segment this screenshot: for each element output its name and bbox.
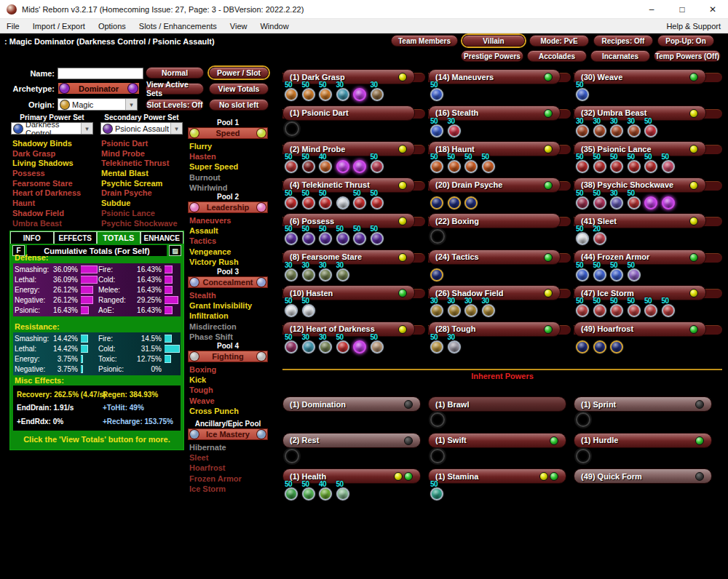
no-slot-left-button[interactable]: No slot left	[209, 99, 269, 111]
empty-slot[interactable]	[430, 449, 445, 463]
accolades-button[interactable]: Accolades	[527, 50, 587, 62]
enhancement-icon[interactable]	[628, 196, 641, 209]
enhancement-slot[interactable]: 50	[575, 153, 593, 178]
enhancement-slot[interactable]: 50	[318, 81, 336, 106]
pool-power-tough[interactable]: Tough	[189, 386, 273, 396]
enhancement-icon[interactable]	[319, 232, 332, 245]
enhancement-slot[interactable]: 40	[318, 481, 336, 506]
status-led[interactable]	[695, 436, 704, 445]
power-bar-quick-form[interactable]: (49) Quick Form	[574, 468, 712, 484]
enhancement-slot[interactable]: 50	[593, 153, 610, 178]
status-led[interactable]	[398, 181, 407, 190]
enhancement-slot[interactable]	[352, 334, 370, 359]
enhancement-icon[interactable]	[302, 487, 315, 500]
enhancement-slot[interactable]: 50	[430, 153, 447, 178]
enhancement-icon[interactable]	[285, 88, 298, 101]
enhancement-slot[interactable]: 50	[627, 298, 644, 322]
enhancement-slot[interactable]: 50	[301, 153, 319, 178]
enhancement-slot[interactable]: 30	[593, 118, 610, 143]
enhancement-icon[interactable]	[430, 487, 443, 500]
status-led[interactable]	[398, 145, 407, 153]
menu-file[interactable]: File	[0, 19, 26, 33]
enhancement-slot[interactable]: 30	[336, 262, 353, 287]
enhancement-slot[interactable]	[430, 223, 447, 247]
prestige-powers-button[interactable]: Prestige Powers	[461, 50, 523, 62]
pop-up-on-button[interactable]: Pop-Up: On	[657, 35, 714, 47]
enhancement-slot[interactable]: 50	[370, 225, 387, 250]
enhancement-icon[interactable]	[353, 340, 366, 354]
enhancement-slot[interactable]: 50	[609, 153, 627, 178]
enhancement-icon[interactable]	[302, 160, 315, 173]
enhancement-icon[interactable]	[644, 124, 657, 137]
chevron-down-icon[interactable]: ▾	[81, 123, 92, 134]
enhancement-icon[interactable]	[371, 88, 384, 101]
enhancement-icon[interactable]	[353, 196, 366, 209]
close-button[interactable]: ✕	[697, 0, 728, 18]
pool-power-assault[interactable]: Assault	[189, 226, 273, 236]
pool-power-hasten[interactable]: Hasten	[189, 152, 273, 162]
power-bar-sprint[interactable]: (1) Sprint	[574, 396, 712, 412]
pool-power-boxing[interactable]: Boxing	[189, 365, 273, 375]
enhancement-slot[interactable]: 30	[318, 262, 336, 287]
enhancement-icon[interactable]	[430, 160, 443, 173]
minimize-button[interactable]: –	[636, 0, 667, 18]
enhancement-icon[interactable]	[662, 196, 675, 209]
enhancement-slot[interactable]: 50	[430, 118, 447, 143]
enhancement-slot[interactable]: 50	[661, 298, 678, 322]
enhancement-slot[interactable]: 50	[627, 262, 644, 287]
pool-power-weave[interactable]: Weave	[189, 396, 273, 407]
enhancement-icon[interactable]	[371, 340, 384, 354]
status-led[interactable]	[404, 400, 413, 409]
secondary-power-drain-psyche[interactable]: Drain Psyche	[101, 188, 189, 199]
enhancement-icon[interactable]	[576, 340, 589, 354]
enhancement-slot[interactable]	[609, 334, 627, 359]
status-led[interactable]	[544, 73, 553, 81]
status-led[interactable]	[544, 253, 553, 262]
enhancement-icon[interactable]	[628, 268, 641, 281]
pool-power-stealth[interactable]: Stealth	[189, 291, 273, 301]
status-led[interactable]	[398, 253, 407, 262]
enhancement-slot[interactable]: 30	[430, 298, 447, 322]
enhancement-slot[interactable]: 30	[336, 81, 353, 106]
power-bar-psionic-dart[interactable]: (1) Psionic Dart	[282, 105, 415, 121]
power-bar-rest[interactable]: (2) Rest	[282, 433, 421, 448]
mode-pve-button[interactable]: Mode: PvE	[529, 35, 589, 47]
status-led[interactable]	[404, 436, 413, 445]
enhancement-icon[interactable]	[448, 304, 461, 317]
primary-power-fearsome-stare[interactable]: Fearsome Stare	[12, 179, 98, 189]
status-led[interactable]	[544, 109, 553, 118]
pool-power-flurry[interactable]: Flurry	[189, 142, 273, 152]
enhancement-slot[interactable]: 20	[593, 225, 610, 250]
enhancement-slot[interactable]: 50	[593, 298, 610, 322]
enhancement-slot[interactable]: 30	[318, 334, 336, 359]
enhancement-icon[interactable]	[593, 340, 606, 354]
enhancement-slot[interactable]: 50	[661, 153, 678, 178]
power-bar-maneuvers[interactable]: (14) Maneuvers	[428, 69, 561, 84]
pool-power-phase-shift[interactable]: Phase Shift	[189, 332, 273, 343]
team-members-button[interactable]: Team Members	[391, 35, 458, 47]
enhancement-slot[interactable]: 50	[318, 190, 336, 215]
pool-header-speed[interactable]: Speed	[188, 127, 268, 139]
pool-power-tactics[interactable]: Tactics	[189, 236, 273, 247]
empty-slot[interactable]	[285, 121, 299, 136]
status-led[interactable]	[544, 181, 553, 190]
status-led[interactable]	[689, 109, 698, 118]
enhancement-icon[interactable]	[482, 160, 495, 173]
enhancement-icon[interactable]	[430, 124, 443, 137]
enhancement-icon[interactable]	[302, 196, 315, 209]
enhancement-icon[interactable]	[464, 160, 478, 173]
enhancement-slot[interactable]	[430, 190, 447, 215]
enhancement-icon[interactable]	[593, 124, 606, 137]
pool-power-burnout[interactable]: Burnout	[189, 173, 273, 183]
power-bar-stamina[interactable]: (1) Stamina	[428, 468, 566, 484]
enhancement-icon[interactable]	[610, 340, 623, 354]
enhancement-slot[interactable]: 50	[352, 225, 370, 250]
enhancement-icon[interactable]	[285, 340, 298, 354]
slot-levels-button[interactable]: Slot Levels: Off	[146, 99, 204, 111]
enhancement-icon[interactable]	[576, 268, 589, 281]
primary-power-haunt[interactable]: Haunt	[12, 199, 98, 209]
enhancement-icon[interactable]	[482, 304, 495, 317]
enhancement-icon[interactable]	[319, 196, 332, 209]
enhancement-slot[interactable]	[661, 190, 678, 215]
enhancement-icon[interactable]	[610, 160, 623, 173]
